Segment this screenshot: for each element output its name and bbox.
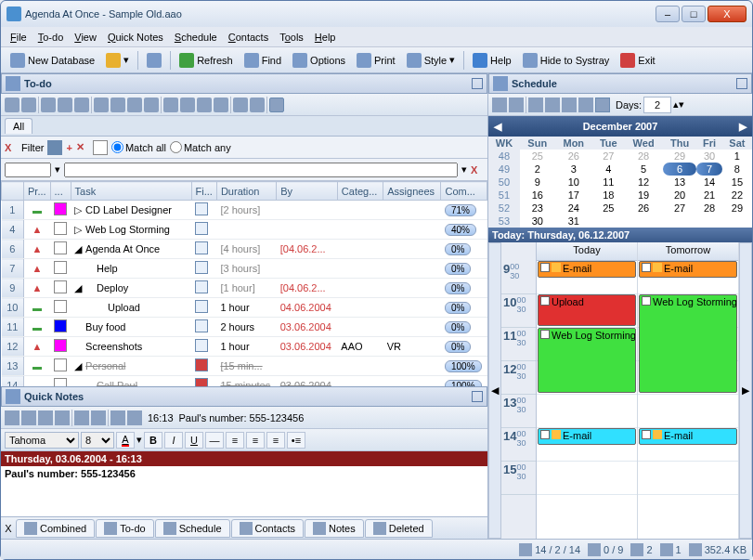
bottom-tab[interactable]: Combined (16, 519, 95, 538)
next-month-button[interactable]: ▶ (739, 121, 747, 133)
calendar-day[interactable]: 26 (625, 202, 663, 215)
menu-tools[interactable]: Tools (274, 30, 309, 45)
calendar-day[interactable]: 28 (696, 202, 721, 215)
bullets-button[interactable]: •≡ (287, 432, 305, 449)
tool-icon[interactable] (250, 98, 265, 112)
remove-filter-icon[interactable]: ✕ (76, 141, 89, 153)
table-row[interactable]: 7▲Help[3 hours]0% (2, 259, 487, 279)
filter-funnel-icon[interactable] (269, 98, 284, 112)
calendar-day[interactable]: 10 (555, 176, 592, 189)
tool-icon[interactable] (94, 98, 109, 112)
close-tab-icon[interactable]: X (1, 523, 16, 534)
qn-tool-icon[interactable] (74, 410, 89, 425)
bottom-tab[interactable]: Deleted (365, 519, 433, 538)
checkbox[interactable] (195, 339, 208, 352)
clear-filter-icon[interactable]: X (471, 164, 484, 176)
tool-icon[interactable] (74, 98, 89, 112)
calendar-event[interactable]: E-mail (639, 428, 737, 445)
font-select[interactable]: Tahoma (5, 432, 79, 449)
tab-all[interactable]: All (5, 118, 32, 134)
calendar-day[interactable]: 25 (592, 202, 625, 215)
calendar-day[interactable]: 9 (520, 176, 555, 189)
tool-icon[interactable] (127, 98, 142, 112)
help-button[interactable]: Help (467, 50, 517, 71)
calendar-day[interactable] (722, 215, 752, 228)
calendar-day[interactable]: 3 (555, 163, 592, 176)
col-category[interactable]: Categ... (337, 182, 383, 201)
calendar-day[interactable]: 1 (722, 150, 752, 163)
bold-button[interactable]: B (144, 432, 162, 449)
checkbox[interactable] (195, 261, 208, 274)
checkbox[interactable] (195, 241, 208, 254)
menu-quicknotes[interactable]: Quick Notes (102, 30, 169, 45)
prev-month-button[interactable]: ◀ (494, 121, 501, 133)
align-right-button[interactable]: ≡ (266, 432, 285, 449)
qn-tool-icon[interactable] (5, 410, 19, 425)
bottom-tab[interactable]: Schedule (155, 519, 230, 538)
table-row[interactable]: 10Upload1 hour04.06.20040% (2, 298, 487, 318)
font-color-button[interactable]: A (116, 432, 135, 449)
tool-icon[interactable] (58, 98, 72, 112)
col-task[interactable]: Task (71, 182, 191, 201)
calendar-day[interactable]: 16 (520, 189, 555, 202)
day-column[interactable]: TomorrowE-mailWeb Log StormingE-mail (638, 242, 739, 539)
scroll-right-button[interactable]: ▶ (739, 242, 752, 539)
sched-tool-icon[interactable] (492, 98, 507, 112)
calendar-day[interactable]: 20 (663, 189, 697, 202)
qn-tool-icon[interactable] (127, 410, 142, 425)
style-button[interactable]: Style ▾ (401, 50, 461, 71)
menu-contacts[interactable]: Contacts (223, 30, 274, 45)
panel-box-icon[interactable] (472, 391, 483, 402)
minimize-button[interactable]: – (656, 6, 680, 22)
close-button[interactable]: X (708, 6, 747, 22)
close-filter-icon[interactable]: X (5, 142, 18, 153)
table-row[interactable]: 11Buy food2 hours03.06.20040% (2, 318, 487, 337)
calendar-day[interactable]: 22 (722, 189, 752, 202)
calendar-day[interactable] (663, 215, 697, 228)
strike-button[interactable]: — (205, 432, 224, 449)
match-all-radio[interactable]: Match all (111, 141, 166, 153)
qn-tool-icon[interactable] (38, 410, 53, 425)
calendar-day[interactable]: 19 (625, 189, 663, 202)
table-row[interactable]: 12▲Screenshots1 hour03.06.2004AAOVR0% (2, 337, 487, 357)
calendar-day[interactable]: 29 (663, 150, 697, 163)
tool-icon[interactable] (214, 98, 228, 112)
col-assignees[interactable]: Assignees (383, 182, 441, 201)
calendar-day[interactable] (592, 215, 625, 228)
tool-icon[interactable] (5, 98, 19, 112)
col-duration[interactable]: Duration (216, 182, 276, 201)
bottom-tab[interactable]: Notes (305, 519, 364, 538)
options-button[interactable]: Options (287, 50, 351, 71)
panel-box-icon[interactable] (472, 78, 483, 89)
col-complete[interactable]: Com... (441, 182, 487, 201)
calendar-day[interactable]: 13 (663, 176, 697, 189)
checkbox[interactable] (195, 358, 208, 371)
calendar-day[interactable]: 26 (555, 150, 592, 163)
calendar-day[interactable]: 25 (520, 150, 555, 163)
maximize-button[interactable]: □ (682, 6, 706, 22)
checkbox[interactable] (195, 300, 208, 313)
quicknotes-body[interactable]: Thursday, 03.06.2004 - 16:13 Paul's numb… (1, 451, 487, 516)
qn-tool-icon[interactable] (21, 410, 36, 425)
new-database-button[interactable]: New Database (5, 50, 100, 71)
tool-icon[interactable] (180, 98, 195, 112)
col-by[interactable]: By (277, 182, 338, 201)
table-row[interactable]: 13◢Personal[15 min...100% (2, 357, 487, 376)
calendar-day[interactable]: 2 (520, 163, 555, 176)
calendar-day[interactable]: 23 (520, 202, 555, 215)
checkbox[interactable] (195, 280, 208, 293)
col-priority[interactable]: Pr... (24, 182, 51, 201)
calendar-day[interactable]: 14 (696, 176, 721, 189)
checkbox[interactable] (195, 378, 208, 386)
calendar-event[interactable]: Web Log Storming (538, 328, 636, 393)
tool-icon[interactable] (197, 98, 212, 112)
table-row[interactable]: 9▲◢Deploy[1 hour][04.06.2...0% (2, 279, 487, 298)
calendar-day[interactable]: 28 (625, 150, 663, 163)
note-text[interactable]: Paul's number: 555-123456 (1, 466, 487, 481)
titlebar[interactable]: Agenda At Once - Sample Old.aao – □ X (1, 1, 752, 27)
tool-icon[interactable] (144, 98, 159, 112)
save-button[interactable] (141, 50, 167, 71)
qn-tool-icon[interactable] (55, 410, 70, 425)
calendar-day[interactable]: 5 (625, 163, 663, 176)
day-column[interactable]: TodayE-mailUploadWeb Log StormingE-mail (537, 242, 638, 539)
